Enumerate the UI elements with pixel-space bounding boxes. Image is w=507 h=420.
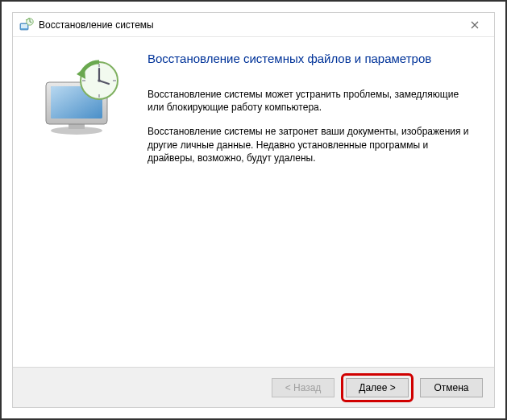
window-title: Восстановление системы — [39, 19, 459, 31]
dialog-window: Восстановление системы — [12, 12, 495, 408]
text-column: Восстановление системных файлов и параме… — [141, 52, 475, 359]
screenshot-frame: Восстановление системы — [0, 0, 507, 420]
back-button[interactable]: < Назад — [272, 378, 335, 397]
paragraph-1: Восстановление системы может устранить п… — [148, 88, 475, 114]
next-button[interactable]: Далее > — [346, 378, 409, 397]
content-area: Восстановление системных файлов и параме… — [13, 37, 494, 367]
paragraph-2: Восстановление системы не затронет ваши … — [148, 125, 475, 164]
system-restore-large-icon — [36, 60, 125, 136]
button-footer: < Назад Далее > Отмена — [13, 367, 494, 407]
main-heading: Восстановление системных файлов и параме… — [148, 52, 475, 65]
icon-column — [32, 52, 141, 359]
close-button[interactable] — [459, 14, 491, 36]
titlebar: Восстановление системы — [13, 13, 494, 37]
svg-rect-1 — [21, 24, 27, 28]
system-restore-icon — [19, 18, 34, 32]
cancel-button[interactable]: Отмена — [420, 378, 483, 397]
highlight-annotation: Далее > — [341, 373, 413, 402]
